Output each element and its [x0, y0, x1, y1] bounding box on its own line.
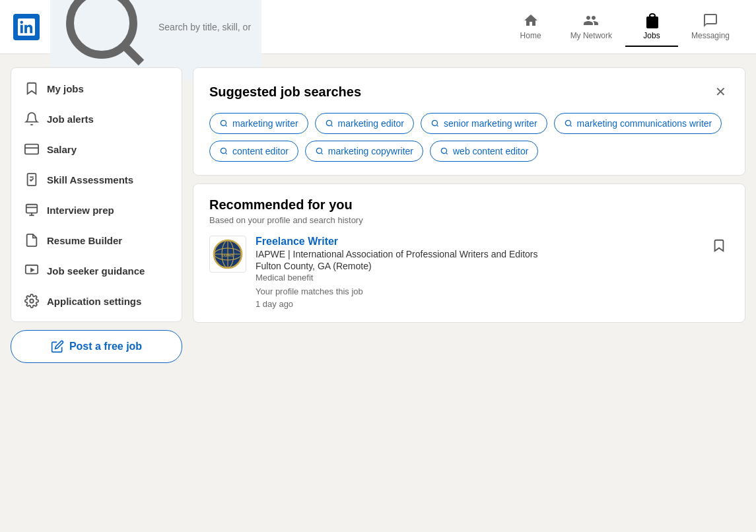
play-icon	[24, 263, 39, 278]
network-icon	[583, 13, 599, 28]
post-job-button[interactable]: Post a free job	[11, 330, 182, 363]
chip-search-icon	[219, 147, 228, 156]
sidebar-item-application-settings[interactable]: Application settings	[11, 286, 182, 316]
home-icon	[523, 13, 539, 28]
nav-messaging[interactable]: Messaging	[678, 7, 743, 47]
svg-point-13	[326, 120, 331, 125]
sidebar-item-my-jobs[interactable]: My jobs	[11, 73, 182, 104]
svg-point-15	[565, 120, 570, 125]
save-job-button[interactable]	[709, 236, 729, 257]
sidebar-card: My jobs Job alerts Salary Skill Assessme…	[11, 67, 182, 322]
jobs-icon	[644, 13, 660, 28]
svg-point-12	[221, 120, 226, 125]
main-nav: Home My Network Jobs Messaging	[504, 7, 743, 47]
job-item: IAPWE Freelance Writer IAPWE | Internati…	[209, 236, 729, 309]
svg-point-18	[441, 148, 446, 153]
settings-icon	[24, 294, 39, 308]
messaging-icon	[703, 13, 718, 28]
job-match: Your profile matches this job	[256, 286, 700, 296]
sidebar-item-job-seeker-guidance[interactable]: Job seeker guidance	[11, 255, 182, 286]
chip-search-icon	[219, 119, 228, 128]
job-title[interactable]: Freelance Writer	[256, 236, 700, 248]
sidebar-item-resume-builder[interactable]: Resume Builder	[11, 225, 182, 255]
chip-search-icon	[430, 119, 440, 128]
recommended-title: Recommended for you	[209, 197, 729, 213]
iapwe-logo: IAPWE	[211, 238, 244, 271]
nav-home[interactable]: Home	[504, 7, 557, 47]
sidebar-item-job-alerts[interactable]: Job alerts	[11, 104, 182, 134]
sidebar-item-interview-prep[interactable]: Interview prep	[11, 195, 182, 225]
resume-icon	[24, 233, 39, 248]
suggested-chip[interactable]: marketing copywriter	[305, 141, 423, 162]
chip-search-icon	[325, 119, 334, 128]
suggested-chip[interactable]: content editor	[209, 141, 298, 162]
suggested-chip[interactable]: marketing communications writer	[554, 113, 722, 134]
suggested-jobs-card: Suggested job searches ✕ marketing write…	[193, 67, 745, 176]
recommended-card: Recommended for you Based on your profil…	[193, 183, 745, 323]
search-input[interactable]	[158, 22, 254, 32]
linkedin-logo	[13, 14, 40, 40]
suggested-title: Suggested job searches	[209, 84, 361, 100]
svg-point-17	[316, 148, 322, 153]
nav-jobs[interactable]: Jobs	[625, 7, 678, 47]
job-location: Fulton County, GA (Remote)	[256, 261, 700, 271]
save-icon	[712, 238, 726, 253]
svg-marker-10	[30, 267, 34, 272]
svg-point-11	[30, 299, 34, 303]
chips-container: marketing writer marketing editor senior…	[209, 113, 729, 162]
chip-search-icon	[315, 147, 324, 156]
bell-icon	[24, 112, 39, 126]
interview-icon	[24, 203, 39, 217]
job-info: Freelance Writer IAPWE | International A…	[256, 236, 700, 309]
sidebar-item-skill-assessments[interactable]: Skill Assessments	[11, 164, 182, 195]
salary-icon	[24, 142, 39, 156]
suggested-chip[interactable]: web content editor	[430, 141, 538, 162]
svg-text:IAPWE: IAPWE	[222, 253, 234, 257]
svg-point-14	[432, 120, 437, 125]
nav-my-network[interactable]: My Network	[557, 7, 625, 47]
svg-rect-1	[25, 145, 38, 154]
company-logo: IAPWE	[209, 236, 246, 273]
sidebar-item-salary[interactable]: Salary	[11, 134, 182, 164]
recommended-subtitle: Based on your profile and search history	[209, 215, 729, 225]
edit-icon	[51, 340, 64, 353]
suggested-header: Suggested job searches ✕	[209, 81, 729, 102]
suggested-chip[interactable]: marketing writer	[209, 113, 308, 134]
suggested-chip[interactable]: senior marketing writer	[421, 113, 547, 134]
search-icon	[58, 0, 153, 75]
header: Home My Network Jobs Messaging	[0, 0, 756, 54]
svg-rect-5	[26, 205, 38, 213]
close-button[interactable]: ✕	[712, 81, 729, 102]
job-time: 1 day ago	[256, 299, 700, 309]
content-area: Suggested job searches ✕ marketing write…	[193, 67, 745, 363]
chip-search-icon	[440, 147, 449, 156]
bookmark-icon	[24, 81, 39, 96]
job-company: IAPWE | International Association of Pro…	[256, 249, 700, 259]
suggested-chip[interactable]: marketing editor	[315, 113, 414, 134]
sidebar: My jobs Job alerts Salary Skill Assessme…	[11, 67, 182, 363]
svg-point-16	[221, 148, 226, 153]
checklist-icon	[24, 172, 39, 187]
main-content: My jobs Job alerts Salary Skill Assessme…	[0, 54, 756, 376]
job-benefit: Medical benefit	[256, 273, 700, 283]
chip-search-icon	[564, 119, 573, 128]
